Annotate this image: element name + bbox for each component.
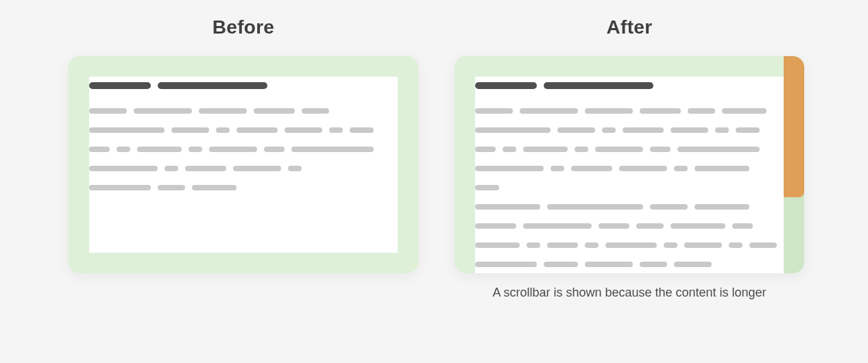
- after-content: [475, 77, 784, 273]
- placeholder-line: [475, 147, 784, 152]
- placeholder-line: [475, 127, 784, 133]
- before-column: Before: [51, 0, 435, 273]
- placeholder-word: [640, 262, 667, 267]
- placeholder-word: [547, 242, 578, 248]
- placeholder-word: [89, 185, 151, 190]
- placeholder-word: [192, 185, 237, 190]
- placeholder-word: [729, 242, 743, 248]
- placeholder-word: [475, 147, 496, 152]
- placeholder-word: [599, 223, 629, 229]
- placeholder-word: [551, 166, 564, 171]
- placeholder-word: [475, 108, 513, 114]
- placeholder-word: [503, 147, 516, 152]
- placeholder-word: [350, 127, 374, 133]
- after-card: [455, 56, 804, 273]
- before-title: Before: [51, 16, 435, 38]
- placeholder-word: [185, 166, 226, 171]
- placeholder-word: [671, 223, 725, 229]
- placeholder-word: [216, 127, 230, 133]
- placeholder-word: [677, 147, 760, 152]
- placeholder-word: [695, 204, 749, 210]
- scrollbar-thumb[interactable]: [784, 56, 804, 197]
- heading-word: [89, 82, 151, 89]
- placeholder-word: [475, 166, 544, 171]
- padding-left: [455, 56, 475, 273]
- placeholder-word: [237, 127, 278, 133]
- placeholder-word: [288, 166, 302, 171]
- placeholder-line: [475, 262, 784, 267]
- placeholder-word: [285, 127, 322, 133]
- heading-word: [158, 82, 267, 89]
- placeholder-word: [585, 108, 633, 114]
- placeholder-word: [475, 262, 537, 267]
- after-column: After: [437, 0, 821, 300]
- placeholder-word: [475, 204, 540, 210]
- placeholder-word: [134, 108, 192, 114]
- placeholder-word: [605, 242, 657, 248]
- placeholder-word: [329, 127, 343, 133]
- after-title: After: [437, 16, 821, 38]
- placeholder-line: [89, 127, 398, 133]
- placeholder-word: [650, 204, 688, 210]
- scrollbar-track[interactable]: [784, 56, 804, 273]
- padding-right: [398, 56, 418, 273]
- placeholder-word: [117, 147, 130, 152]
- placeholder-line: [89, 166, 398, 171]
- placeholder-word: [547, 204, 643, 210]
- placeholder-word: [475, 242, 520, 248]
- placeholder-word: [674, 262, 712, 267]
- placeholder-word: [527, 242, 540, 248]
- placeholder-word: [544, 262, 578, 267]
- before-content: [89, 77, 398, 253]
- placeholder-word: [291, 147, 374, 152]
- before-card: [69, 56, 418, 273]
- padding-left: [69, 56, 89, 273]
- placeholder-line: [475, 204, 784, 210]
- placeholder-word: [475, 127, 551, 133]
- placeholder-word: [89, 127, 165, 133]
- placeholder-line: [89, 147, 398, 152]
- placeholder-word: [602, 127, 616, 133]
- placeholder-word: [688, 108, 715, 114]
- placeholder-word: [585, 242, 599, 248]
- placeholder-word: [640, 108, 681, 114]
- placeholder-word: [749, 242, 777, 248]
- heading-word: [544, 82, 653, 89]
- padding-top: [69, 56, 418, 77]
- placeholder-word: [650, 147, 671, 152]
- placeholder-word: [89, 147, 110, 152]
- placeholder-line: [475, 108, 784, 114]
- placeholder-heading: [475, 82, 784, 89]
- after-caption: A scrollbar is shown because the content…: [437, 286, 821, 300]
- padding-top: [455, 56, 804, 77]
- placeholder-word: [209, 147, 257, 152]
- placeholder-word: [233, 166, 281, 171]
- placeholder-word: [189, 147, 202, 152]
- placeholder-word: [475, 185, 499, 190]
- placeholder-line: [89, 108, 398, 114]
- placeholder-word: [89, 108, 127, 114]
- placeholder-heading: [89, 82, 398, 89]
- placeholder-word: [695, 166, 749, 171]
- placeholder-line: [89, 185, 398, 190]
- placeholder-word: [684, 242, 722, 248]
- placeholder-word: [89, 166, 158, 171]
- placeholder-word: [475, 223, 516, 229]
- placeholder-line: [475, 166, 784, 171]
- heading-word: [475, 82, 537, 89]
- placeholder-word: [523, 147, 568, 152]
- padding-bottom: [69, 253, 418, 273]
- placeholder-line: [475, 223, 784, 229]
- placeholder-word: [557, 127, 595, 133]
- placeholder-word: [595, 147, 643, 152]
- placeholder-line: [475, 242, 784, 248]
- placeholder-word: [171, 127, 209, 133]
- placeholder-word: [623, 127, 664, 133]
- placeholder-word: [254, 108, 295, 114]
- placeholder-word: [715, 127, 729, 133]
- placeholder-word: [137, 147, 182, 152]
- placeholder-word: [636, 223, 664, 229]
- placeholder-word: [585, 262, 633, 267]
- placeholder-word: [571, 166, 612, 171]
- placeholder-word: [575, 147, 588, 152]
